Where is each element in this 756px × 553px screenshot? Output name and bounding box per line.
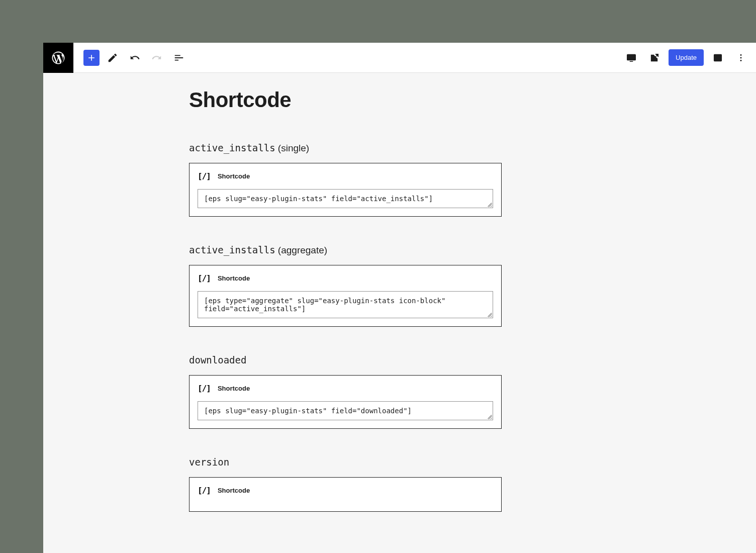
toolbar-left bbox=[73, 49, 188, 67]
svg-point-3 bbox=[740, 57, 742, 58]
shortcode-icon: [/] bbox=[198, 171, 211, 181]
sidebar-toggle-icon[interactable] bbox=[709, 49, 727, 67]
shortcode-block[interactable]: [/] Shortcode [eps type="aggregate" slug… bbox=[189, 265, 502, 327]
shortcode-input[interactable]: [eps slug="easy-plugin-stats" field="act… bbox=[198, 189, 493, 208]
block-header: [/] Shortcode bbox=[198, 384, 493, 393]
editor-frame: Update Shortcode active_installs (single… bbox=[43, 43, 756, 553]
block-header: [/] Shortcode bbox=[198, 273, 493, 283]
block-label: Shortcode bbox=[218, 385, 250, 392]
redo-icon bbox=[148, 49, 166, 67]
block-label: Shortcode bbox=[218, 274, 250, 282]
page-title[interactable]: Shortcode bbox=[189, 88, 502, 112]
editor-canvas[interactable]: Shortcode active_installs (single) [/] S… bbox=[43, 73, 756, 553]
shortcode-input[interactable]: [eps slug="easy-plugin-stats" field="dow… bbox=[198, 401, 493, 420]
shortcode-block[interactable]: [/] Shortcode [eps slug="easy-plugin-sta… bbox=[189, 163, 502, 217]
svg-rect-1 bbox=[714, 54, 722, 61]
wordpress-logo[interactable] bbox=[43, 43, 73, 73]
block-label: Shortcode bbox=[218, 487, 250, 494]
view-post-icon[interactable] bbox=[645, 49, 664, 67]
heading-suffix: (single) bbox=[275, 143, 310, 153]
heading-mono: active_installs bbox=[189, 244, 275, 255]
content-area: Shortcode active_installs (single) [/] S… bbox=[189, 88, 502, 512]
section-heading[interactable]: active_installs (aggregate) bbox=[189, 244, 502, 256]
section-heading[interactable]: active_installs (single) bbox=[189, 142, 502, 154]
block-label: Shortcode bbox=[218, 172, 250, 180]
shortcode-input[interactable]: [eps type="aggregate" slug="easy-plugin-… bbox=[198, 291, 493, 318]
heading-suffix: (aggregate) bbox=[275, 245, 328, 255]
toolbar-right: Update bbox=[622, 49, 756, 67]
device-preview-icon[interactable] bbox=[622, 49, 640, 67]
shortcode-icon: [/] bbox=[198, 273, 211, 283]
shortcode-block[interactable]: [/] Shortcode bbox=[189, 477, 502, 512]
block-header: [/] Shortcode bbox=[198, 486, 493, 495]
section-heading[interactable]: downloaded bbox=[189, 354, 502, 366]
shortcode-icon: [/] bbox=[198, 384, 211, 393]
update-button[interactable]: Update bbox=[669, 49, 704, 66]
svg-point-4 bbox=[740, 60, 742, 61]
edit-tool-icon[interactable] bbox=[104, 49, 122, 67]
heading-mono: version bbox=[189, 456, 229, 468]
undo-icon[interactable] bbox=[126, 49, 144, 67]
add-block-button[interactable] bbox=[83, 50, 100, 66]
section-heading[interactable]: version bbox=[189, 456, 502, 468]
heading-mono: downloaded bbox=[189, 354, 246, 365]
shortcode-block[interactable]: [/] Shortcode [eps slug="easy-plugin-sta… bbox=[189, 375, 502, 429]
svg-rect-0 bbox=[627, 54, 636, 60]
shortcode-icon: [/] bbox=[198, 486, 211, 495]
editor-toolbar: Update bbox=[43, 43, 756, 73]
document-outline-icon[interactable] bbox=[170, 49, 188, 67]
svg-point-2 bbox=[740, 54, 742, 56]
more-options-icon[interactable] bbox=[732, 49, 750, 67]
heading-mono: active_installs bbox=[189, 142, 275, 153]
block-header: [/] Shortcode bbox=[198, 171, 493, 181]
